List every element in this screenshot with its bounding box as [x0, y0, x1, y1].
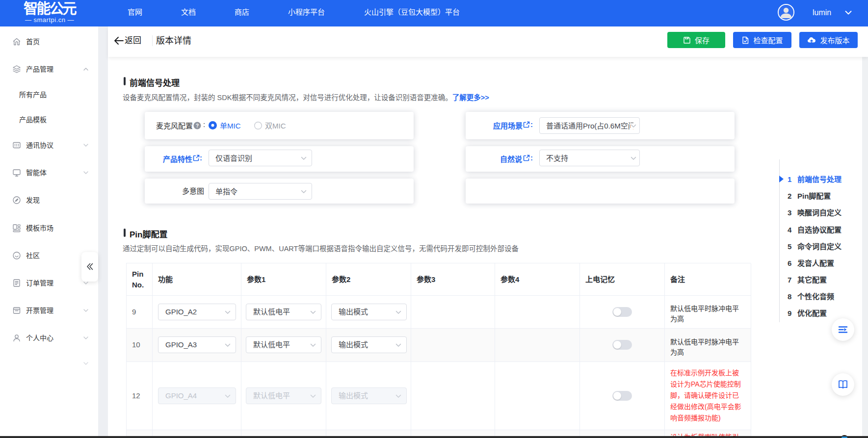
svg-text:?: ?: [196, 123, 199, 129]
